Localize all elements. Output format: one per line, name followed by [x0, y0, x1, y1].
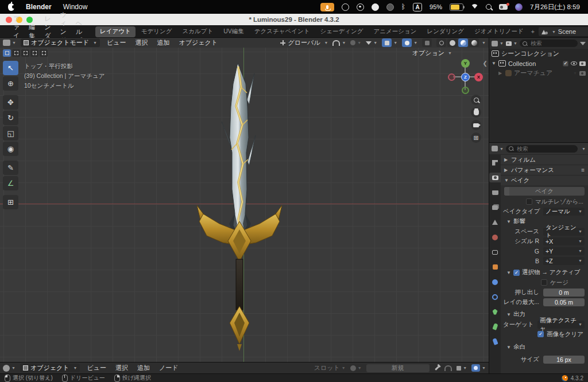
viewport-menu-select[interactable]: 選択 — [133, 38, 150, 48]
properties-editor-type[interactable]: ▼ — [492, 146, 504, 151]
navigation-gizmo[interactable]: Y Z X — [447, 59, 483, 95]
wheel-status-icon[interactable] — [357, 3, 364, 11]
select-mode-subtract[interactable] — [21, 49, 29, 57]
shader-overlays-toggle[interactable]: ▼ — [471, 364, 486, 372]
select-mode-intersect[interactable] — [40, 49, 48, 57]
new-material-button[interactable]: 新規 — [366, 364, 430, 372]
tab-texture-paint[interactable]: テクスチャペイント — [250, 26, 315, 37]
tab-bone[interactable] — [489, 322, 501, 332]
sidebar-toggle-arrow[interactable]: ❮ — [483, 60, 488, 67]
properties-search[interactable] — [506, 145, 578, 153]
collection-checkbox[interactable]: ✓ — [563, 61, 568, 67]
margin-size-field[interactable]: 16 px — [543, 356, 585, 364]
measure-tool[interactable]: ∠ — [3, 176, 18, 190]
add-cube-tool[interactable]: ⊞ — [3, 195, 18, 209]
proportional-edit-toggle[interactable]: ▼ — [350, 40, 361, 45]
tab-uv-editing[interactable]: UV編集 — [219, 26, 249, 37]
move-tool[interactable]: ✥ — [3, 95, 18, 110]
subpanel-selected-to-active[interactable]: ▼ ✓ 選択物 → アクティブ — [501, 268, 588, 277]
viewport-options-dropdown[interactable]: オプション ▼ — [412, 49, 452, 57]
target-dropdown[interactable]: 画像テクスチャ▼ — [537, 321, 585, 329]
shader-mode-selector[interactable]: オブジェクト ▼ — [20, 364, 80, 372]
gizmos-toggle[interactable]: ▼ — [382, 38, 397, 47]
battery-icon[interactable] — [450, 3, 463, 11]
outliner-row-armature[interactable]: ▶ アーマチュア ▼ — [489, 68, 588, 78]
viewport-pan-button[interactable] — [471, 107, 481, 118]
macos-app-menu[interactable]: Blender — [26, 3, 52, 11]
shading-wireframe-button[interactable] — [436, 38, 446, 47]
gizmo-x-negative[interactable] — [448, 73, 455, 81]
multires-checkbox[interactable] — [526, 198, 532, 205]
tab-geometry-nodes[interactable]: ジオメトリノード — [470, 26, 528, 37]
ray-distance-field[interactable]: 0.05 m — [543, 298, 585, 306]
outliner-row-collection[interactable]: ▼ Collection ✓ — [489, 59, 588, 68]
space-dropdown[interactable]: タンジェント▼ — [543, 228, 585, 236]
bake-button[interactable]: ベイク — [504, 187, 585, 196]
annotate-tool[interactable]: ✎ — [3, 161, 18, 175]
tab-layout[interactable]: レイアウト — [95, 26, 136, 37]
shader-menu-add[interactable]: 追加 — [135, 363, 152, 373]
tab-output[interactable] — [489, 188, 501, 197]
disable-render-icon[interactable] — [579, 71, 586, 76]
tab-bone-constraint[interactable] — [489, 337, 501, 346]
tab-sculpting[interactable]: スカルプト — [178, 26, 218, 37]
outliner-display-mode[interactable]: ▼ — [506, 41, 517, 46]
gizmo-y-negative[interactable] — [462, 87, 469, 94]
swizzle-g-dropdown[interactable]: +Y▼ — [543, 247, 585, 255]
outliner-editor-type[interactable]: ▼ — [492, 41, 504, 46]
swizzle-r-dropdown[interactable]: +X▼ — [543, 237, 585, 245]
bake-type-dropdown[interactable]: ノーマル▼ — [543, 208, 585, 216]
selected-to-active-checkbox[interactable]: ✓ — [513, 270, 520, 276]
obs-status-icon[interactable] — [342, 3, 349, 11]
show-object-types-dropdown[interactable]: ▼ — [366, 41, 377, 45]
select-mode-set[interactable] — [3, 49, 11, 57]
subpanel-margin[interactable]: ▼余白 — [501, 342, 588, 352]
transform-orientation-selector[interactable]: グローバル ▼ — [280, 38, 328, 47]
tab-modeling[interactable]: モデリング — [137, 26, 177, 37]
editor-type-selector[interactable]: ▼ — [3, 40, 16, 46]
tab-object[interactable] — [489, 262, 501, 272]
tab-scene[interactable] — [489, 217, 501, 227]
overlays-toggle[interactable]: ▼ — [402, 38, 417, 47]
line-status-icon[interactable] — [372, 3, 379, 11]
hide-viewport-icon[interactable] — [571, 61, 577, 65]
app-status-icon[interactable] — [386, 3, 394, 11]
input-source-badge[interactable]: A — [413, 3, 422, 11]
add-workspace-button[interactable]: + — [529, 27, 536, 37]
tab-object-data[interactable] — [489, 307, 501, 317]
extrusion-field[interactable]: 0 m — [543, 289, 585, 297]
tab-render[interactable] — [489, 173, 501, 182]
sword-model[interactable] — [189, 52, 299, 361]
mode-selector[interactable]: オブジェクトモード ▼ — [21, 38, 100, 47]
shading-rendered-button[interactable] — [469, 38, 479, 47]
snap-mode-dropdown[interactable]: ▼ — [457, 366, 467, 371]
select-box-tool[interactable]: ↖ — [3, 61, 18, 75]
rotate-tool[interactable]: ↻ — [3, 111, 18, 125]
outliner-row-scene-collection[interactable]: シーンコレクション — [489, 49, 588, 59]
tab-tool[interactable] — [489, 158, 501, 167]
viewport-camera-button[interactable] — [471, 120, 481, 130]
apple-menu-icon[interactable] — [8, 3, 14, 11]
wifi-icon[interactable] — [471, 4, 478, 10]
viewport-perspective-button[interactable]: ⊞ — [471, 132, 481, 143]
scene-selector[interactable]: ▼ Scene — [539, 27, 588, 36]
panel-film[interactable]: ▶フィルム — [501, 154, 588, 165]
panel-bake[interactable]: ▼ベイク — [501, 175, 588, 185]
tab-collection[interactable] — [489, 247, 501, 257]
tab-world[interactable] — [489, 232, 501, 242]
shading-material-button[interactable] — [458, 38, 468, 47]
panel-performance[interactable]: ▶パフォーマンス≡ — [501, 165, 588, 175]
filter-icon[interactable] — [580, 42, 586, 45]
chevron-down-icon[interactable]: ▼ — [573, 71, 577, 75]
viewport-3d[interactable]: トップ・平行投影 (39) Collection | アーマチュア 10センチメ… — [0, 48, 489, 362]
shader-menu-view[interactable]: ビュー — [84, 363, 109, 373]
outliner-search-input[interactable] — [529, 40, 575, 47]
swizzle-b-dropdown[interactable]: +Z▼ — [543, 257, 585, 265]
slot-dropdown[interactable]: スロット▼ — [314, 364, 346, 372]
viewport-menu-add[interactable]: 追加 — [154, 38, 172, 48]
shading-solid-button[interactable] — [447, 38, 457, 47]
tab-animation[interactable]: アニメーション — [369, 26, 421, 37]
xray-toggle[interactable] — [422, 38, 432, 47]
tab-shading[interactable]: シェーディング — [316, 26, 368, 37]
siri-icon[interactable] — [515, 3, 523, 11]
